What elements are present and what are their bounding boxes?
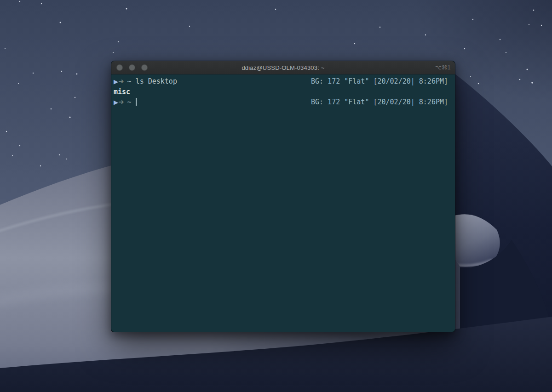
- text-cursor: [136, 98, 137, 106]
- traffic-lights: [116, 61, 148, 74]
- prompt-arrow-icon: ➜: [118, 98, 124, 106]
- prompt-arrow-icon: ➜: [118, 77, 124, 85]
- terminal-line-3: ▶➜~ BG: 172 "Flat" [20/02/20| 8:26PM]: [114, 97, 448, 108]
- prompt-current: ▶➜~: [114, 97, 137, 108]
- prompt-and-command: ▶➜~ls Desktop: [114, 76, 177, 87]
- prompt-cwd: ~: [127, 77, 132, 85]
- command-text: ls Desktop: [136, 77, 177, 85]
- prompt-cwd: ~: [127, 98, 132, 106]
- window-title: ddiaz@USSD-OLM-034303: ~: [111, 64, 455, 71]
- prompt-triangle-icon: ▶: [114, 99, 118, 106]
- terminal-line-1: ▶➜~ls Desktop BG: 172 "Flat" [20/02/20| …: [114, 76, 448, 87]
- close-button[interactable]: [116, 64, 123, 71]
- prompt-status: BG: 172 "Flat" [20/02/20| 8:26PM]: [311, 97, 448, 107]
- command-output: misc: [114, 87, 130, 97]
- zoom-button[interactable]: [141, 64, 148, 71]
- terminal-line-2: misc: [114, 87, 448, 97]
- terminal-screen[interactable]: ▶➜~ls Desktop BG: 172 "Flat" [20/02/20| …: [111, 74, 455, 332]
- tab-shortcut-badge: ⌥⌘1: [435, 61, 451, 74]
- terminal-window: ddiaz@USSD-OLM-034303: ~ ⌥⌘1 ▶➜~ls Deskt…: [111, 61, 455, 332]
- prompt-triangle-icon: ▶: [114, 78, 118, 85]
- prompt-status: BG: 172 "Flat" [20/02/20| 8:26PM]: [311, 76, 448, 86]
- minimize-button[interactable]: [129, 64, 135, 71]
- titlebar[interactable]: ddiaz@USSD-OLM-034303: ~ ⌥⌘1: [111, 61, 455, 74]
